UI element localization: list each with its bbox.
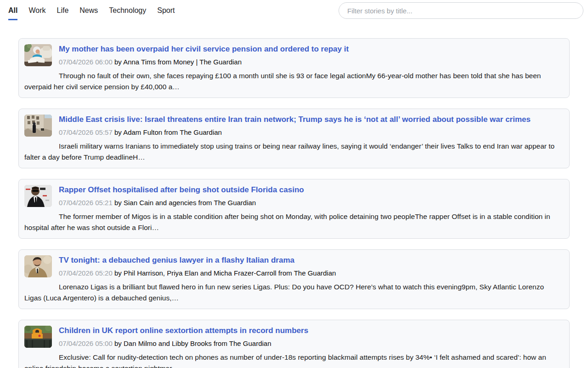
story-card: TV tonight: a debauched genius lawyer in…	[18, 249, 570, 309]
tab-news[interactable]: News	[79, 6, 98, 19]
story-meta: 07/04/2026 05:00 by Dan Milmo and Libby …	[24, 339, 563, 348]
story-thumbnail-elderly-woman-image	[24, 44, 52, 66]
tab-life[interactable]: Life	[57, 6, 69, 19]
story-title-link[interactable]: My mother has been overpaid her civil se…	[24, 44, 563, 54]
story-thumbnail-hoodie-image	[24, 326, 52, 348]
story-byline: by Adam Fulton from The Guardian	[114, 128, 222, 136]
story-byline: by Anna Tims from Money | The Guardian	[114, 58, 242, 66]
elderly-woman-illustration	[24, 44, 52, 66]
man-in-sunglasses-illustration	[24, 185, 52, 207]
person-in-orange-hoodie-illustration	[24, 326, 52, 348]
story-title-link[interactable]: TV tonight: a debauched genius lawyer in…	[24, 255, 563, 265]
story-meta: 07/04/2026 05:20 by Phil Harrison, Priya…	[24, 269, 563, 277]
story-date: 07/04/2026 05:20	[59, 269, 113, 277]
story-meta: 07/04/2026 06:00 by Anna Tims from Money…	[24, 58, 563, 66]
destroyed-building-illustration	[24, 115, 52, 137]
story-meta: 07/04/2026 05:57 by Adam Fulton from The…	[24, 128, 563, 137]
story-byline: by Dan Milmo and Libby Brooks from The G…	[114, 339, 271, 347]
story-card: My mother has been overpaid her civil se…	[18, 38, 570, 98]
story-list: My mother has been overpaid her civil se…	[18, 38, 570, 368]
story-card: Middle East crisis live: Israel threaten…	[18, 109, 570, 168]
story-title-link[interactable]: Middle East crisis live: Israel threaten…	[24, 115, 563, 124]
story-thumbnail-offset-image	[24, 185, 52, 207]
story-title-link[interactable]: Children in UK report online sextortion …	[24, 326, 563, 335]
story-date: 07/04/2026 06:00	[59, 58, 113, 66]
top-bar: All Work Life News Technology Sport	[0, 0, 588, 22]
filter-container	[339, 2, 583, 19]
tab-technology[interactable]: Technology	[109, 6, 146, 19]
story-title-link[interactable]: Rapper Offset hospitalised after being s…	[24, 185, 563, 195]
story-excerpt: The former member of Migos is in a stabl…	[24, 211, 563, 233]
story-byline: by Sian Cain and agencies from The Guard…	[114, 199, 256, 207]
man-in-brown-suit-illustration	[24, 255, 52, 277]
story-date: 07/04/2026 05:21	[59, 199, 113, 207]
story-excerpt: Lorenazo Ligas is a brilliant but flawed…	[24, 282, 563, 304]
tab-all[interactable]: All	[8, 6, 17, 20]
story-meta: 07/04/2026 05:21 by Sian Cain and agenci…	[24, 198, 563, 207]
story-thumbnail-rubble-image	[24, 115, 52, 137]
story-card: Children in UK report online sextortion …	[18, 320, 570, 368]
filter-stories-input[interactable]	[339, 2, 583, 19]
story-excerpt: Israeli military warns Iranians to immed…	[24, 141, 563, 163]
story-excerpt: Through no fault of their own, she faces…	[24, 70, 563, 92]
story-byline: by Phil Harrison, Priya Elan and Micha F…	[114, 269, 336, 277]
story-thumbnail-actor-image	[24, 255, 52, 277]
story-card: Rapper Offset hospitalised after being s…	[18, 179, 570, 239]
story-excerpt: Exclusive: Call for nudity-detection tec…	[24, 352, 563, 368]
tab-sport[interactable]: Sport	[157, 6, 175, 19]
tab-work[interactable]: Work	[28, 6, 45, 19]
story-date: 07/04/2026 05:00	[59, 339, 113, 347]
story-date: 07/04/2026 05:57	[59, 128, 113, 136]
